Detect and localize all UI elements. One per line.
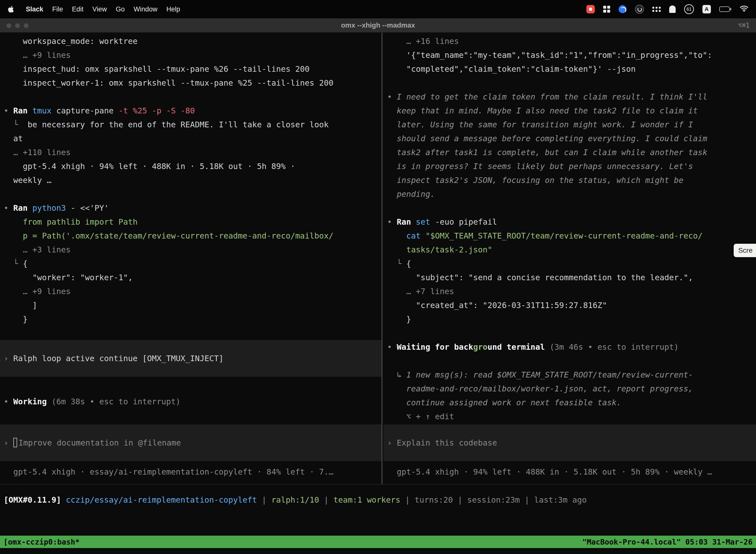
left-composer-input[interactable]: › Improve documentation in @filename — [0, 425, 381, 461]
swirl-app-icon[interactable] — [619, 5, 627, 13]
terminal-line: ⌥ + ↑ edit — [387, 409, 756, 424]
screenshot-chip[interactable]: Scre — [734, 244, 756, 257]
terminal-line: } — [4, 312, 381, 326]
terminal-text: tasks/task-2.json" — [387, 245, 492, 255]
terminal-line: "worker": "worker-1", — [4, 271, 381, 284]
left-terminal-pane[interactable]: workspace_mode: worktree … +9 lines insp… — [0, 33, 381, 484]
terminal-text: › — [4, 354, 13, 363]
terminal-line: • Ran set -euo pipefail — [387, 215, 756, 229]
terminal-text: … +3 lines — [4, 245, 71, 255]
screenshot-chip-label: Scre — [738, 246, 753, 255]
terminal-line — [387, 326, 756, 340]
terminal-line — [387, 201, 756, 215]
terminal-line: … +3 lines — [4, 243, 381, 257]
terminal-text: tmux — [33, 106, 56, 115]
terminal-text: Waiting for back — [397, 342, 473, 352]
terminal-text: und terminal — [488, 342, 550, 352]
terminal-text: | — [400, 495, 415, 505]
circle-app-icon[interactable] — [635, 5, 644, 14]
terminal-line: • Waiting for background terminal (3m 46… — [387, 340, 756, 354]
active-app-name[interactable]: Slack — [21, 5, 48, 13]
terminal-text: ] — [4, 300, 37, 310]
terminal-text: continue assigned work or next feasible … — [387, 398, 621, 407]
terminal[interactable]: workspace_mode: worktree … +9 lines insp… — [0, 33, 756, 554]
terminal-text: (3m 46s • esc to interrupt) — [550, 342, 679, 352]
screen-recording-indicator[interactable] — [586, 5, 595, 13]
terminal-text: "completed","claim_token":"claim-token"}… — [387, 64, 636, 74]
ghost-app-icon[interactable] — [669, 5, 676, 13]
terminal-text: • — [387, 342, 397, 352]
terminal-text: team:1 workers — [333, 495, 400, 505]
terminal-text: | — [520, 495, 534, 505]
terminal-line: • Ran tmux capture-pane -t %25 -p -S -80 — [4, 104, 381, 118]
terminal-line: pending. — [387, 187, 756, 201]
terminal-text: { — [406, 259, 411, 268]
grid-icon[interactable] — [603, 6, 610, 13]
terminal-text: keep that in mind. Maybe I also need the… — [387, 106, 698, 115]
terminal-line: task2 after task1 is complete, but can I… — [387, 146, 756, 159]
terminal-text: … +7 lines — [387, 287, 454, 296]
terminal-text: weekly … — [4, 175, 52, 185]
terminal-line: later. Using the same for transition mig… — [387, 118, 756, 131]
menu-item[interactable]: View — [88, 5, 111, 13]
terminal-text: Ran — [13, 203, 33, 213]
menu-item[interactable]: File — [48, 5, 68, 13]
terminal-text: readme-and-reco/mailbox/worker-1.json, a… — [387, 384, 693, 393]
terminal-line: gpt-5.4 xhigh · essay/ai-reimplementatio… — [4, 465, 381, 479]
terminal-line: [OMX#0.11.9] cczip/essay/ai-reimplementa… — [4, 493, 756, 507]
terminal-line: … +9 lines — [4, 48, 381, 62]
terminal-line: › Improve documentation in @filename — [4, 436, 381, 450]
menu-item[interactable]: Go — [111, 5, 129, 13]
terminal-text: Ran — [397, 217, 416, 227]
apple-menu-icon[interactable] — [7, 5, 15, 13]
terminal-line: cat "$OMX_TEAM_STATE_ROOT/team/review-cu… — [387, 229, 756, 243]
tmux-session-window[interactable]: [omx-cczip0:bash* — [3, 538, 80, 546]
terminal-text: … +9 lines — [4, 50, 71, 60]
terminal-line: } — [387, 312, 756, 326]
terminal-line: … +9 lines — [4, 284, 381, 298]
terminal-text: [OMX#0.11.9] — [4, 495, 66, 505]
terminal-text: • — [387, 217, 397, 227]
right-composer-input[interactable]: › Explain this codebase — [383, 425, 756, 461]
terminal-text: | — [319, 495, 334, 505]
text-cursor — [13, 438, 17, 447]
menu-item[interactable]: Help — [162, 5, 185, 13]
terminal-text: › — [387, 438, 397, 447]
terminal-text: • — [4, 397, 13, 406]
terminal-text: inspect_worker-1: omx sparkshell --tmux-… — [4, 78, 333, 88]
terminal-text: - <<'PY' — [71, 203, 109, 213]
terminal-text: gpt-5.4 xhigh · essay/ai-reimplementatio… — [4, 467, 333, 477]
battery-icon[interactable] — [719, 6, 731, 12]
terminal-line — [4, 187, 381, 201]
terminal-line: inspect_hud: omx sparkshell --tmux-pane … — [4, 62, 381, 76]
terminal-text: at — [4, 134, 23, 143]
pane-divider[interactable] — [381, 33, 382, 484]
terminal-line: tasks/task-2.json" — [387, 243, 756, 257]
terminal-text: last:3m ago — [534, 495, 586, 505]
terminal-text: | — [257, 495, 271, 505]
right-terminal-pane[interactable]: … +16 lines '{"team_name":"my-team","tas… — [383, 33, 756, 484]
terminal-line: … +7 lines — [387, 284, 756, 298]
terminal-text: inspect task2's JSON, focusing on the st… — [387, 175, 683, 185]
terminal-line — [387, 354, 756, 368]
left-scrollback: workspace_mode: worktree … +9 lines insp… — [4, 34, 381, 340]
terminal-line: keep that in mind. Maybe I also need the… — [387, 104, 756, 118]
omx-status-line: [OMX#0.11.9] cczip/essay/ai-reimplementa… — [0, 493, 756, 507]
terminal-text: "$OMX_TEAM_STATE_ROOT/team/review-curren… — [425, 231, 702, 240]
dots-grid-icon[interactable] — [652, 7, 661, 12]
terminal-text: Working — [13, 397, 52, 406]
menu-item[interactable]: Edit — [67, 5, 88, 13]
menu-bar: Slack FileEditViewGoWindowHelp 61 A — [0, 0, 756, 18]
terminal-text: inspect_hud: omx sparkshell --tmux-pane … — [4, 64, 310, 74]
left-model-hud: gpt-5.4 xhigh · essay/ai-reimplementatio… — [4, 465, 381, 479]
battery-percent-badge[interactable]: 61 — [684, 4, 694, 14]
wifi-icon[interactable] — [740, 5, 749, 14]
terminal-line: • Working (6m 38s • esc to interrupt) — [4, 395, 381, 408]
terminal-line: from pathlib import Path — [4, 215, 381, 229]
menu-item[interactable]: Window — [129, 5, 162, 13]
terminal-text: … +110 lines — [4, 148, 71, 157]
terminal-line: gpt-5.4 xhigh · 94% left · 488K in · 5.1… — [4, 159, 381, 173]
terminal-text: └ — [4, 259, 23, 268]
window-title: omx --xhigh --madmax — [0, 18, 756, 32]
input-source-icon[interactable]: A — [702, 5, 711, 13]
